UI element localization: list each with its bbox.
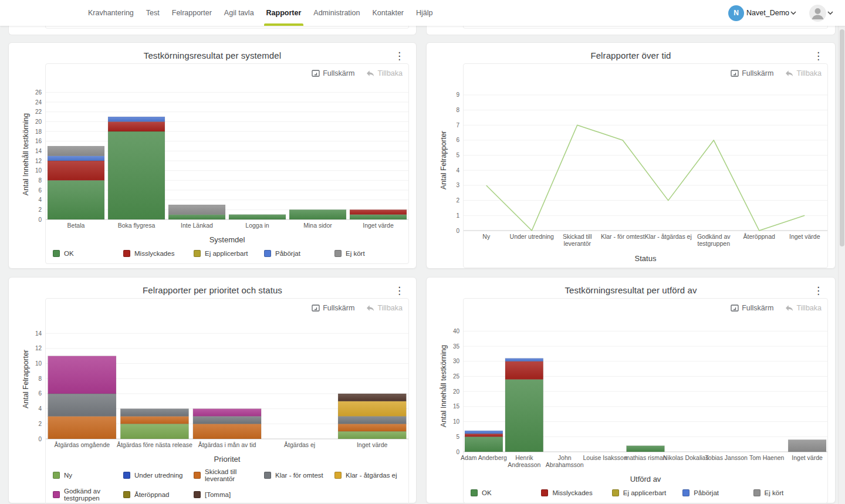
x-tick-label: Logga in	[245, 222, 269, 229]
bar-segment	[229, 215, 286, 219]
bar-segment	[120, 424, 188, 439]
kebab-menu-icon[interactable]: ⋮	[810, 283, 827, 298]
bar-segment	[338, 394, 406, 401]
y-tick-label: 0	[456, 228, 459, 234]
legend-item: Misslyckades	[541, 488, 611, 497]
legend-item: Klar - för omtest	[264, 468, 334, 482]
bar-segment	[338, 416, 406, 424]
back-button[interactable]: Tillbaka	[366, 69, 403, 78]
y-tick-label: 3	[456, 182, 459, 188]
x-tick-label: mathias risman	[624, 454, 666, 461]
y-tick-label: 14	[35, 148, 42, 154]
avatar-initial: N	[728, 5, 744, 21]
nav-item-rapporter[interactable]: Rapporter	[265, 0, 303, 26]
fullscreen-button[interactable]: Fullskärm	[312, 303, 354, 313]
legend-swatch	[471, 489, 478, 496]
nav-item-test[interactable]: Test	[145, 0, 161, 26]
y-tick-label: 2	[38, 421, 42, 427]
legend-label: Skickad till leverantör	[205, 468, 264, 482]
legend-label: Återöppnad	[134, 491, 169, 498]
bar-segment	[168, 215, 225, 219]
kebab-menu-icon[interactable]: ⋮	[810, 49, 827, 63]
nav-item-felrapporter[interactable]: Felrapporter	[171, 0, 213, 26]
legend-item: Under utredning	[123, 468, 194, 482]
bar-segment	[108, 117, 165, 121]
bar-segment	[338, 424, 406, 431]
user-name: Navet_Demo	[746, 9, 789, 17]
bar-segment	[465, 437, 503, 452]
chart-panel: Fullskärm Tillbaka 0123456789NyUnder utr…	[463, 63, 828, 268]
y-tick-label: 6	[38, 187, 42, 194]
back-button[interactable]: Tillbaka	[785, 303, 822, 313]
legend-item: Påbörjat	[682, 488, 753, 497]
y-tick-label: 2	[456, 197, 459, 204]
scrollbar-thumb[interactable]	[840, 29, 844, 246]
nav-item-administration[interactable]: Administration	[312, 0, 361, 26]
bar-segment	[350, 215, 407, 219]
legend-swatch	[53, 250, 60, 257]
bar-segment	[108, 121, 165, 131]
legend-swatch	[264, 250, 271, 257]
y-tick-label: 4	[38, 405, 42, 412]
x-tick-label: Inget värde	[792, 454, 823, 461]
legend-label: Ej kört	[346, 250, 365, 257]
fullscreen-button[interactable]: Fullskärm	[312, 69, 354, 78]
bar-segment	[48, 156, 104, 161]
fullscreen-label: Fullskärm	[742, 304, 773, 312]
back-arrow-icon	[366, 70, 374, 77]
main-nav: Kravhantering Test Felrapporter Agil tav…	[87, 0, 434, 26]
nav-item-kontakter[interactable]: Kontakter	[371, 0, 405, 26]
legend-item: Ej kört	[334, 249, 405, 258]
x-tick-label: Abrahamsson	[546, 461, 584, 468]
bar-segment	[48, 356, 116, 394]
y-tick-label: 10	[35, 167, 42, 174]
y-tick-label: 10	[35, 360, 42, 367]
fullscreen-label: Fullskärm	[742, 69, 773, 77]
legend-item: Skickad till leverantör	[194, 468, 264, 482]
nav-item-kravhantering[interactable]: Kravhantering	[87, 0, 135, 26]
legend-label: Ny	[64, 472, 72, 479]
legend-item: Godkänd av testgruppen	[53, 488, 123, 502]
fullscreen-icon	[312, 70, 320, 77]
y-tick-label: 0	[38, 217, 42, 223]
kebab-menu-icon[interactable]: ⋮	[391, 283, 408, 298]
y-tick-label: 4	[38, 197, 42, 203]
y-axis-label: Antal Innehåll testkörning	[22, 113, 30, 195]
y-tick-label: 6	[456, 137, 459, 143]
legend-label: Ej kört	[765, 489, 784, 496]
y-tick-label: 30	[453, 358, 460, 364]
legend-label: OK	[482, 489, 492, 496]
back-button[interactable]: Tillbaka	[785, 69, 822, 78]
legend-swatch	[753, 489, 760, 496]
y-axis-label: Antal Felrapporter	[22, 350, 30, 408]
x-tick-label: Boka flygresa	[118, 222, 156, 229]
bar-segment	[48, 180, 104, 219]
legend-swatch	[123, 491, 130, 498]
back-label: Tillbaka	[377, 304, 403, 312]
kebab-menu-icon[interactable]: ⋮	[391, 49, 408, 63]
partial-card-top-right	[426, 26, 836, 35]
fullscreen-button[interactable]: Fullskärm	[731, 303, 773, 313]
y-tick-label: 12	[35, 158, 42, 164]
back-button[interactable]: Tillbaka	[366, 303, 403, 313]
legend-swatch	[682, 489, 689, 496]
y-tick-label: 8	[38, 177, 42, 184]
legend-label: [Tomma]	[205, 491, 231, 498]
bar-segment	[193, 416, 261, 424]
bar-segment	[48, 146, 104, 156]
fullscreen-button[interactable]: Fullskärm	[731, 69, 773, 78]
y-tick-label: 5	[456, 434, 459, 440]
y-tick-label: 25	[453, 373, 460, 380]
nav-item-agil-tavla[interactable]: Agil tavla	[223, 0, 255, 26]
legend-item: [Tomma]	[194, 488, 264, 502]
x-tick-label: John	[558, 454, 572, 461]
legend-swatch	[53, 472, 60, 479]
account-menu[interactable]: N Navet_Demo	[728, 5, 797, 21]
x-tick-label: Under utredning	[510, 233, 554, 240]
nav-item-hjalp[interactable]: Hjälp	[415, 0, 434, 26]
chart-plot: 0510152025303540Adam AnderbergHenrikAndr…	[464, 315, 827, 471]
x-axis-label: Prioritet	[46, 451, 408, 465]
back-label: Tillbaka	[796, 304, 822, 312]
profile-menu[interactable]	[801, 5, 834, 22]
chart-panel: Fullskärm Tillbaka 02468101214Åtgärdas o…	[45, 298, 409, 504]
